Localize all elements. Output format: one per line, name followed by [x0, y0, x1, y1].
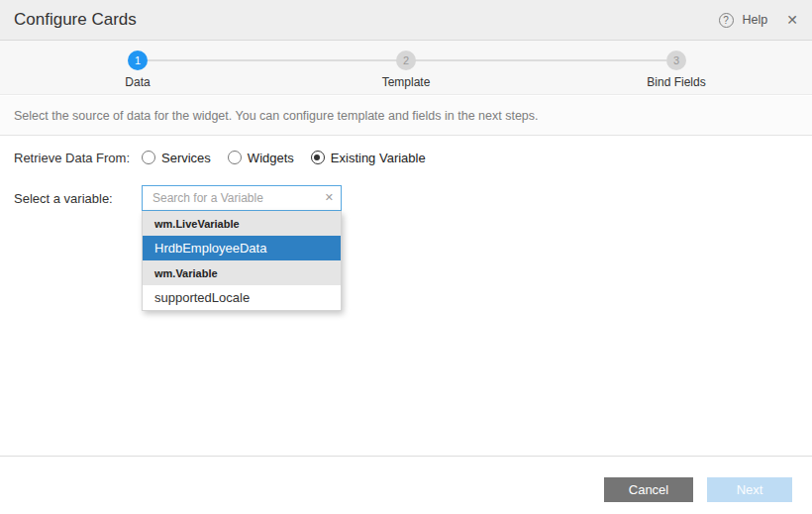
- variable-search-wrap: ✕: [142, 185, 342, 211]
- dialog-header: Configure Cards ? Help ✕: [0, 0, 812, 41]
- step-circle-template[interactable]: 2: [396, 51, 416, 70]
- dropdown-group-wm-livevariable: wm.LiveVariable: [143, 211, 341, 236]
- dropdown-group-wm-variable: wm.Variable: [143, 260, 341, 285]
- clear-search-icon[interactable]: ✕: [325, 191, 334, 204]
- step-description-band: Select the source of data for the widget…: [0, 96, 812, 136]
- wizard-stepper: 1 Data 2 Template 3 Bind Fields: [0, 41, 812, 95]
- radio-existing-variable-label: Existing Variable: [331, 151, 426, 165]
- step-label-bind-fields: Bind Fields: [607, 75, 746, 89]
- dropdown-item-supportedlocale[interactable]: supportedLocale: [143, 285, 341, 310]
- radio-services-label: Services: [161, 151, 211, 165]
- close-icon[interactable]: ✕: [786, 13, 798, 27]
- configure-cards-dialog: Configure Cards ? Help ✕ 1 Data 2 Templa…: [0, 0, 812, 514]
- help-question-icon[interactable]: ?: [719, 13, 734, 28]
- data-source-radio-group: Services Widgets Existing Variable: [142, 144, 426, 171]
- step-circle-bind-fields[interactable]: 3: [666, 51, 686, 70]
- cancel-button[interactable]: Cancel: [604, 477, 693, 502]
- dropdown-item-hrdbemployeedata[interactable]: HrdbEmployeeData: [143, 236, 341, 260]
- step-description-text: Select the source of data for the widget…: [14, 109, 539, 123]
- step-circle-data[interactable]: 1: [128, 51, 148, 70]
- variable-dropdown-list: wm.LiveVariable HrdbEmployeeData wm.Vari…: [142, 211, 342, 311]
- radio-existing-variable-circle-icon[interactable]: [311, 151, 325, 164]
- stepper-connector-1: [148, 59, 406, 61]
- radio-services-circle-icon[interactable]: [142, 151, 155, 164]
- next-button[interactable]: Next: [707, 477, 792, 502]
- radio-widgets[interactable]: Widgets: [228, 151, 294, 165]
- header-actions: ? Help ✕: [719, 0, 798, 40]
- stepper-connector-2: [406, 59, 666, 61]
- footer-divider: [0, 456, 812, 457]
- help-link[interactable]: Help: [743, 13, 768, 27]
- select-variable-label: Select a variable:: [14, 191, 113, 206]
- radio-widgets-circle-icon[interactable]: [228, 151, 242, 164]
- radio-widgets-label: Widgets: [248, 151, 294, 165]
- retrieve-data-from-label: Retrieve Data From:: [14, 151, 130, 165]
- variable-search-input[interactable]: [142, 185, 342, 211]
- step-label-template: Template: [337, 75, 475, 89]
- radio-existing-variable[interactable]: Existing Variable: [311, 151, 426, 165]
- page-title: Configure Cards: [14, 0, 137, 40]
- step-label-data: Data: [68, 75, 207, 89]
- radio-services[interactable]: Services: [142, 151, 211, 165]
